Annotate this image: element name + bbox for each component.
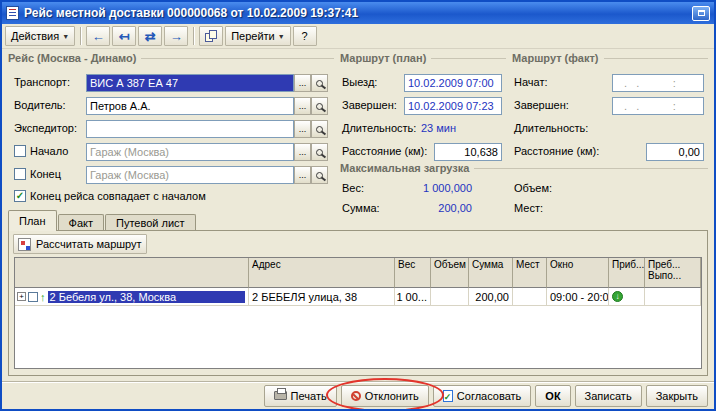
col-header-volume[interactable]: Объем	[431, 258, 469, 288]
calc-route-button[interactable]: Рассчитать маршрут	[13, 234, 147, 254]
sum-label: Сумма:	[342, 202, 380, 214]
row-checkbox[interactable]	[28, 292, 38, 302]
table-cell-arrival[interactable]: ↓	[609, 288, 645, 306]
fact-duration-label: Длительность:	[514, 122, 588, 134]
table-cell-stay[interactable]	[645, 288, 701, 306]
table-cell-window[interactable]: 09:00 - 20:00	[547, 288, 609, 306]
fact-finish-label: Завершен:	[514, 99, 569, 111]
approve-doc-icon	[443, 390, 453, 402]
end-point-input[interactable]	[86, 166, 294, 184]
table-empty-area[interactable]	[15, 306, 701, 368]
tab-fact[interactable]: Факт	[58, 214, 104, 231]
swap-button[interactable]: ⇄	[138, 26, 162, 46]
magnifier-icon	[316, 172, 323, 179]
volume-label: Объем:	[514, 182, 552, 194]
route-direction-icon: ↑	[40, 291, 46, 303]
forward-button[interactable]: →	[164, 26, 188, 46]
copy-button[interactable]	[199, 26, 223, 46]
col-header-weight[interactable]: Вес	[395, 258, 431, 288]
actions-menu-button[interactable]: Действия ▼	[5, 26, 75, 46]
end-select-button[interactable]: ...	[294, 166, 311, 184]
end-open-button[interactable]	[311, 166, 328, 184]
copy-icon	[205, 30, 218, 43]
expand-icon[interactable]	[17, 292, 26, 301]
save-button[interactable]: Записать	[575, 385, 642, 407]
plan-distance-label: Расстояние (км):	[342, 145, 427, 157]
fact-start-label: Начат:	[514, 76, 548, 88]
transport-select-button[interactable]: ...	[294, 74, 311, 92]
col-header-sum[interactable]: Сумма	[469, 258, 513, 288]
route-plan-group-title: Маршрут (план)	[340, 52, 506, 64]
driver-select-button[interactable]: ...	[294, 97, 311, 115]
table-cell-sum[interactable]: 200,00	[469, 288, 513, 306]
tab-plan[interactable]: План	[8, 210, 57, 231]
goto-menu-button[interactable]: Перейти ▼	[225, 26, 291, 46]
arrow-right-icon: →	[170, 30, 183, 43]
col-header-stay[interactable]: Преб... Выпо...	[645, 258, 701, 288]
col-header-window[interactable]: Окно	[547, 258, 609, 288]
table-cell-weight[interactable]: 1 00...	[395, 288, 431, 306]
approve-button[interactable]: Согласовать	[433, 385, 531, 407]
places-label: Мест:	[514, 202, 543, 214]
tab-waybill[interactable]: Путевой лист	[105, 214, 196, 231]
help-button[interactable]: ?	[293, 26, 317, 46]
loop-checkbox[interactable]	[14, 190, 26, 202]
fact-distance-input[interactable]	[646, 143, 704, 161]
col-header-address[interactable]: Адрес	[249, 258, 395, 288]
start-open-button[interactable]	[311, 143, 328, 161]
toolbar-separator	[80, 27, 81, 45]
driver-input[interactable]	[86, 97, 294, 115]
toolbar-separator	[193, 27, 194, 45]
transport-input[interactable]	[86, 74, 294, 92]
start-select-button[interactable]: ...	[294, 143, 311, 161]
arrival-status-icon: ↓	[612, 291, 623, 302]
restore-button[interactable]	[692, 6, 710, 21]
fact-start-input[interactable]	[612, 74, 704, 92]
decline-button[interactable]: Отклонить	[341, 385, 429, 407]
start-label: Начало	[30, 145, 68, 157]
fact-finish-input[interactable]	[612, 97, 704, 115]
plan-tab-panel: Рассчитать маршрут Адрес Вес Объем Сумма…	[8, 230, 708, 376]
decline-icon	[351, 391, 361, 401]
start-point-input[interactable]	[86, 143, 294, 161]
trip-group-title: Рейс (Москва - Динамо)	[8, 52, 334, 64]
col-header-arrival[interactable]: Приб...	[609, 258, 645, 288]
back-button[interactable]: ←	[86, 26, 110, 46]
depart-input[interactable]	[404, 74, 502, 92]
transport-label: Транспорт:	[14, 76, 70, 88]
driver-label: Водитель:	[14, 99, 66, 111]
end-checkbox[interactable]	[14, 168, 26, 180]
delivery-trip-window: Рейс местной доставки 000000068 от 10.02…	[0, 0, 716, 411]
document-icon	[6, 6, 19, 20]
forwarder-open-button[interactable]	[311, 120, 328, 138]
title-bar[interactable]: Рейс местной доставки 000000068 от 10.02…	[2, 2, 714, 24]
plan-duration-value: 23 мин	[421, 122, 456, 134]
forwarder-select-button[interactable]: ...	[294, 120, 311, 138]
depart-label: Выезд:	[342, 76, 377, 88]
route-table-icon	[18, 238, 31, 251]
plan-distance-input[interactable]	[434, 143, 502, 161]
start-checkbox[interactable]	[14, 145, 26, 157]
max-load-group-title: Максимальная загрузка	[340, 162, 708, 174]
end-label: Конец	[30, 168, 61, 180]
close-button[interactable]: Закрыть	[646, 385, 708, 407]
chevron-down-icon: ▼	[62, 33, 69, 40]
print-button[interactable]: Печать	[264, 385, 337, 407]
table-cell-volume[interactable]	[431, 288, 469, 306]
back-to-list-button[interactable]: ↤	[112, 26, 136, 46]
plan-finish-input[interactable]	[404, 97, 502, 115]
col-header-places[interactable]: Мест	[513, 258, 547, 288]
table-cell-address[interactable]: 2 БЕБЕЛЯ улица, 38	[249, 288, 395, 306]
table-row-point-cell[interactable]: ↑ 2 Бебеля ул., 38, Москва	[15, 288, 249, 306]
sum-value: 200,00	[392, 202, 472, 214]
table-cell-places[interactable]	[513, 288, 547, 306]
transport-open-button[interactable]	[311, 74, 328, 92]
chevron-down-icon: ▼	[278, 33, 285, 40]
arrow-left-bar-icon: ↤	[119, 30, 130, 43]
col-header-point[interactable]	[15, 258, 249, 288]
point-name: 2 Бебеля ул., 38, Москва	[48, 291, 246, 303]
driver-open-button[interactable]	[311, 97, 328, 115]
help-icon: ?	[302, 30, 308, 42]
forwarder-input[interactable]	[86, 120, 294, 138]
ok-button[interactable]: ОК	[535, 385, 570, 407]
